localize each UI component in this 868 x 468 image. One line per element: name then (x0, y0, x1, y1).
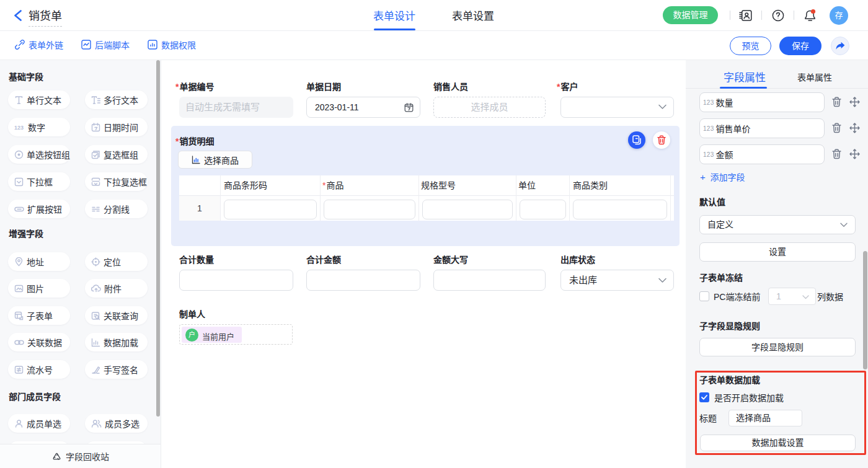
svg-text:123: 123 (14, 125, 24, 131)
